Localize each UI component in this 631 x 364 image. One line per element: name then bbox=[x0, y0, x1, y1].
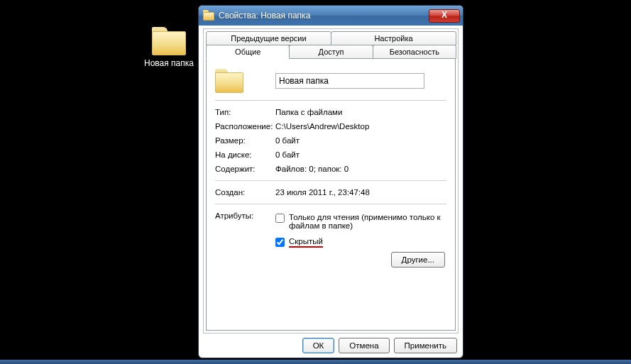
ok-button[interactable]: ОК bbox=[302, 338, 335, 353]
titlebar-folder-icon bbox=[203, 10, 214, 21]
value-on-disk: 0 байт bbox=[275, 150, 446, 159]
titlebar[interactable]: Свойства: Новая папка X bbox=[199, 6, 463, 26]
other-attributes-button[interactable]: Другие... bbox=[391, 252, 445, 268]
label-contains: Содержит: bbox=[215, 165, 275, 173]
tab-general[interactable]: Общие bbox=[206, 45, 290, 59]
folder-icon bbox=[152, 27, 186, 55]
label-attributes: Атрибуты: bbox=[215, 211, 275, 268]
dialog-panel: Предыдущие версии Настройка Общие Доступ… bbox=[203, 28, 459, 333]
hidden-label: Скрытый bbox=[289, 237, 323, 248]
tab-previous-versions[interactable]: Предыдущие версии bbox=[206, 31, 331, 45]
cancel-button[interactable]: Отмена bbox=[339, 338, 389, 353]
properties-window: Свойства: Новая папка X Предыдущие верси… bbox=[198, 5, 463, 358]
value-type: Папка с файлами bbox=[275, 108, 446, 116]
close-button[interactable]: X bbox=[429, 9, 460, 23]
tab-sheet-general: Тип:Папка с файлами Расположение:C:\User… bbox=[206, 58, 456, 331]
readonly-checkbox[interactable] bbox=[275, 214, 285, 223]
value-created: 23 июля 2011 г., 23:47:48 bbox=[275, 188, 446, 197]
tab-row-upper: Предыдущие версии Настройка bbox=[206, 31, 456, 45]
dialog-button-row: ОК Отмена Применить bbox=[203, 333, 459, 353]
desktop-folder-label: Новая папка bbox=[143, 58, 194, 68]
window-title: Свойства: Новая папка bbox=[219, 11, 429, 21]
tab-row-lower: Общие Доступ Безопасность bbox=[206, 45, 456, 59]
label-created: Создан: bbox=[215, 188, 275, 197]
value-location: C:\Users\Andrew\Desktop bbox=[275, 122, 446, 131]
tab-sharing[interactable]: Доступ bbox=[289, 45, 373, 59]
value-size: 0 байт bbox=[275, 136, 446, 145]
sheet-folder-icon bbox=[215, 69, 243, 93]
value-contains: Файлов: 0; папок: 0 bbox=[275, 165, 446, 173]
desktop-folder-icon[interactable]: Новая папка bbox=[143, 27, 194, 68]
hidden-checkbox[interactable] bbox=[275, 238, 285, 247]
apply-button[interactable]: Применить bbox=[394, 338, 457, 353]
label-on-disk: На диске: bbox=[215, 150, 275, 159]
label-size: Размер: bbox=[215, 136, 275, 145]
label-location: Расположение: bbox=[215, 122, 275, 131]
folder-name-input[interactable] bbox=[275, 73, 424, 89]
taskbar bbox=[0, 360, 631, 364]
tab-security[interactable]: Безопасность bbox=[373, 45, 456, 59]
readonly-label: Только для чтения (применимо только к фа… bbox=[289, 213, 446, 230]
tab-customize[interactable]: Настройка bbox=[331, 31, 456, 45]
label-type: Тип: bbox=[215, 108, 275, 116]
